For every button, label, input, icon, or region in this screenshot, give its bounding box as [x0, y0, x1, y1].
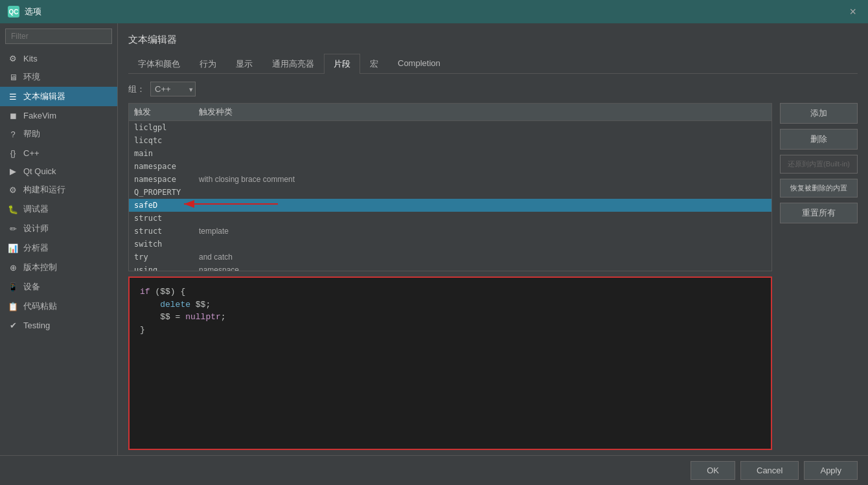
kits-icon: ⚙: [8, 53, 18, 63]
fakevim-icon: ◼: [8, 110, 18, 120]
sidebar-item-env[interactable]: 🖥环境: [0, 67, 117, 87]
sidebar-label-debug: 调试器: [23, 203, 49, 215]
vcs-icon: ⊕: [8, 262, 18, 273]
snippet-type: template: [199, 227, 766, 236]
restore-button[interactable]: 还原到内置(Built-in): [780, 155, 858, 174]
tab-font-color[interactable]: 字体和颜色: [128, 54, 190, 74]
restore-deleted-button[interactable]: 恢复被删除的内置: [780, 179, 858, 197]
left-panel: 触发 触发种类 liclgpllicqtcmainnamespacenamesp…: [128, 103, 772, 450]
sidebar-item-kits[interactable]: ⚙Kits: [0, 49, 117, 67]
code-editor[interactable]: if ($$) { delete $$; $$ = nullptr; }: [128, 276, 772, 450]
group-select-wrapper: C++PythonQML: [150, 82, 196, 96]
sidebar-item-debug[interactable]: 🐛调试器: [0, 199, 117, 219]
sidebar-item-vcs[interactable]: ⊕版本控制: [0, 258, 117, 277]
table-row[interactable]: safeD: [129, 199, 771, 212]
table-row[interactable]: switch: [129, 238, 771, 251]
table-row[interactable]: main: [129, 147, 771, 160]
editor-icon: ☰: [8, 91, 18, 102]
snippet-trigger: using: [134, 265, 199, 271]
sidebar-label-cpp: C++: [23, 148, 40, 158]
snippet-trigger: switch: [134, 240, 199, 249]
sidebar-label-build: 构建和运行: [23, 184, 65, 196]
sidebar-label-env: 环境: [23, 71, 40, 83]
build-icon: ⚙: [8, 185, 18, 195]
sidebar-item-fakevim[interactable]: ◼FakeVim: [0, 106, 117, 124]
tab-snippets[interactable]: 片段: [324, 54, 360, 74]
snippet-trigger: struct: [134, 214, 199, 223]
cpp-icon: {}: [8, 148, 18, 158]
main-layout: ⚙Kits🖥环境☰文本编辑器◼FakeVim?帮助{}C++▶Qt Quick⚙…: [0, 23, 868, 455]
designer-icon: ✏: [8, 223, 18, 234]
group-select[interactable]: C++PythonQML: [150, 82, 196, 96]
sidebar-item-editor[interactable]: ☰文本编辑器: [0, 87, 117, 106]
snippet-table: 触发 触发种类 liclgpllicqtcmainnamespacenamesp…: [128, 103, 772, 271]
sidebar-item-designer[interactable]: ✏设计师: [0, 219, 117, 238]
remove-button[interactable]: 删除: [780, 129, 858, 150]
debug-icon: 🐛: [8, 204, 18, 214]
apply-button[interactable]: Apply: [804, 461, 858, 480]
sidebar-label-qtquick: Qt Quick: [23, 166, 56, 176]
testing-icon: ✔: [8, 320, 18, 330]
snippet-trigger: licqtc: [134, 136, 199, 145]
sidebar-item-qtquick[interactable]: ▶Qt Quick: [0, 162, 117, 180]
sidebar-label-kits: Kits: [23, 54, 38, 63]
code-line-1: if ($$) {: [140, 286, 760, 299]
code-line-4: }: [140, 324, 760, 337]
middle-panel: 触发 触发种类 liclgpllicqtcmainnamespacenamesp…: [128, 103, 858, 450]
qtquick-icon: ▶: [8, 166, 18, 176]
env-icon: 🖥: [8, 72, 18, 82]
app-icon: QC: [8, 6, 19, 17]
table-row[interactable]: namespacewith closing brace comment: [129, 173, 771, 186]
snippet-type: [199, 149, 766, 158]
snippet-type: [199, 201, 766, 210]
snippet-type: [199, 136, 766, 145]
table-row[interactable]: usingnamespace: [129, 264, 771, 271]
sidebar-item-cpp[interactable]: {}C++: [0, 144, 117, 162]
sidebar-item-testing[interactable]: ✔Testing: [0, 316, 117, 334]
group-label: 组：: [128, 84, 145, 95]
table-row[interactable]: licqtc: [129, 134, 771, 147]
sidebar-item-help[interactable]: ?帮助: [0, 124, 117, 144]
sidebar-label-editor: 文本编辑器: [23, 91, 65, 102]
cancel-button[interactable]: Cancel: [740, 461, 799, 480]
group-row: 组： C++PythonQML: [128, 82, 858, 96]
sidebar-item-clipboard[interactable]: 📋代码粘贴: [0, 297, 117, 316]
title-bar-left: QC 选项: [8, 6, 41, 17]
snippet-type: with closing brace comment: [199, 175, 766, 184]
snippet-trigger: Q_PROPERTY: [134, 188, 199, 197]
title-bar-title: 选项: [25, 6, 41, 17]
sidebar: ⚙Kits🖥环境☰文本编辑器◼FakeVim?帮助{}C++▶Qt Quick⚙…: [0, 23, 118, 455]
table-body[interactable]: liclgpllicqtcmainnamespacenamespacewith …: [129, 121, 771, 271]
sidebar-item-device[interactable]: 📱设备: [0, 277, 117, 297]
table-row[interactable]: struct: [129, 212, 771, 225]
sidebar-label-help: 帮助: [23, 128, 40, 140]
sidebar-item-analyzer[interactable]: 📊分析器: [0, 238, 117, 258]
tab-display[interactable]: 显示: [226, 54, 262, 74]
sidebar-items: ⚙Kits🖥环境☰文本编辑器◼FakeVim?帮助{}C++▶Qt Quick⚙…: [0, 49, 117, 334]
table-row[interactable]: tryand catch: [129, 251, 771, 264]
tab-macro[interactable]: 宏: [360, 54, 388, 74]
page-title: 文本编辑器: [128, 34, 858, 46]
snippet-type: and catch: [199, 253, 766, 262]
code-line-3: $$ = nullptr;: [140, 311, 760, 324]
add-button[interactable]: 添加: [780, 103, 858, 124]
table-row[interactable]: liclgpl: [129, 121, 771, 134]
tab-behavior[interactable]: 行为: [190, 54, 226, 74]
snippet-type: [199, 162, 766, 171]
action-buttons: 添加 删除 还原到内置(Built-in) 恢复被删除的内置 重置所有: [780, 103, 858, 450]
ok-button[interactable]: OK: [691, 461, 735, 480]
tab-bar: 字体和颜色行为显示通用高亮器片段宏Completion: [128, 54, 858, 74]
snippet-type: [199, 214, 766, 223]
snippet-trigger: try: [134, 253, 199, 262]
sidebar-label-device: 设备: [23, 281, 40, 293]
sidebar-item-build[interactable]: ⚙构建和运行: [0, 180, 117, 199]
tab-completion[interactable]: Completion: [388, 54, 450, 74]
tab-highlight[interactable]: 通用高亮器: [262, 54, 324, 74]
close-button[interactable]: ×: [845, 5, 860, 19]
reset-all-button[interactable]: 重置所有: [780, 203, 858, 223]
table-row[interactable]: namespace: [129, 160, 771, 173]
bottom-bar: OK Cancel Apply: [0, 455, 868, 485]
table-row[interactable]: structtemplate: [129, 225, 771, 238]
table-row[interactable]: Q_PROPERTY: [129, 186, 771, 199]
filter-input[interactable]: [5, 28, 112, 44]
